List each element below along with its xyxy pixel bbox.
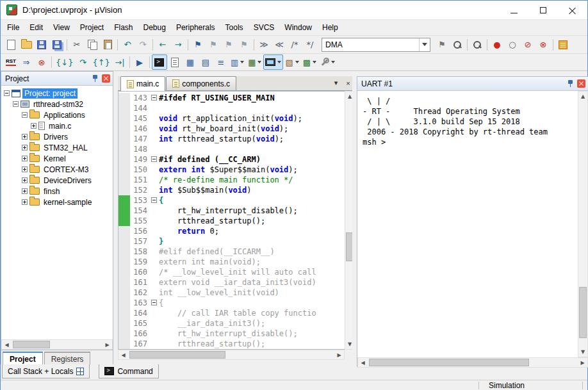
bookmark-toggle-icon[interactable]: ⚑ [190, 37, 206, 53]
target-options-icon[interactable]: ⚑ [434, 37, 450, 53]
call-stack-tab[interactable]: Call Stack + Locals [2, 364, 90, 378]
cut-icon[interactable]: ✂ [69, 37, 85, 53]
scroll-down-icon[interactable]: ▼ [578, 347, 588, 357]
pin-icon[interactable] [567, 79, 575, 88]
call-stack-window-icon[interactable]: ≡ [213, 54, 229, 70]
breakpoint-margin[interactable] [118, 329, 130, 339]
scrollbar-thumb[interactable] [129, 351, 225, 359]
expand-icon[interactable] [22, 167, 28, 172]
code-line[interactable]: rtthread_startup(); [159, 216, 345, 226]
panel-close-icon[interactable] [102, 74, 110, 83]
panel-tab-project[interactable]: Project [3, 352, 43, 365]
code-line[interactable]: __iar_data_init3(); [159, 318, 345, 329]
fold-collapse-icon[interactable] [151, 300, 157, 305]
breakpoint-margin[interactable] [118, 267, 130, 277]
analysis-window-icon[interactable]: ▧ [283, 54, 300, 70]
fold-collapse-icon[interactable] [151, 156, 157, 162]
code-line[interactable]: { [159, 195, 345, 206]
breakpoint-margin[interactable] [118, 318, 130, 329]
run-icon[interactable]: ▶ [132, 54, 147, 70]
find-in-files-icon[interactable] [450, 37, 465, 53]
paste-icon[interactable] [100, 37, 115, 53]
expand-icon[interactable] [22, 199, 28, 205]
editor-tab-main-c[interactable]: main.c [120, 76, 165, 91]
breakpoint-margin[interactable] [118, 206, 130, 216]
tree-item-drivers[interactable]: Drivers [42, 132, 70, 142]
breakpoint-margin[interactable] [118, 93, 130, 103]
code-line[interactable] [159, 144, 345, 154]
uart-output[interactable]: \ | /- RT - Thread Operating System / | … [357, 91, 578, 357]
breakpoint-insert-icon[interactable]: ● [489, 37, 505, 53]
breakpoint-margin[interactable] [118, 226, 130, 236]
tree-item-kernel[interactable]: Kernel [42, 154, 68, 164]
code-line[interactable]: int rtthread_startup(void); [159, 134, 345, 144]
expand-icon[interactable] [22, 145, 28, 150]
breakpoint-margin[interactable] [118, 195, 130, 206]
breakpoint-margin[interactable] [118, 339, 130, 349]
menu-flash[interactable]: Flash [109, 20, 138, 35]
stop-icon[interactable]: ⊗ [34, 54, 49, 70]
code-line[interactable]: /* __low_level_init will auto call [159, 267, 345, 277]
bookmark-clear-icon[interactable]: ⚑ [236, 37, 252, 53]
tree-row-kernel-sample[interactable]: kernel-sample [1, 197, 113, 207]
maximize-button[interactable] [528, 1, 558, 20]
tree-item-kernel-sample[interactable]: kernel-sample [42, 197, 94, 207]
breakpoint-margin[interactable] [118, 288, 130, 298]
step-out-icon[interactable]: {↑} [90, 54, 111, 70]
tree-item-finsh[interactable]: finsh [42, 186, 61, 197]
breakpoint-disable-all-icon[interactable]: ⊘ [520, 37, 535, 53]
breakpoint-margin[interactable] [118, 298, 130, 308]
toolbox-icon[interactable] [318, 54, 337, 70]
disassembly-window-icon[interactable] [167, 54, 183, 70]
code-line[interactable]: rtthread_startup(); [159, 339, 345, 349]
breakpoint-margin[interactable] [118, 308, 130, 318]
registers-window-icon[interactable]: ▤ [198, 54, 213, 70]
scrollbar-track[interactable] [12, 340, 102, 349]
menu-file[interactable]: File [2, 20, 24, 35]
menu-edit[interactable]: Edit [24, 20, 48, 35]
menu-view[interactable]: View [48, 20, 75, 35]
breakpoint-margin[interactable] [118, 236, 130, 247]
scroll-left-icon[interactable]: ◀ [118, 350, 128, 360]
redo-icon[interactable]: ↷ [135, 37, 151, 53]
code-line[interactable]: rt_hw_interrupt_disable(); [159, 206, 345, 216]
step-into-icon[interactable]: {↓} [54, 54, 75, 70]
scrollbar-thumb[interactable] [579, 287, 587, 338]
tree-row-kernel[interactable]: Kernel [1, 153, 113, 164]
step-over-icon[interactable]: ↷ [75, 54, 90, 70]
breakpoint-margin[interactable] [118, 175, 130, 185]
expand-icon[interactable] [31, 123, 37, 129]
indent-icon[interactable]: ≫ [256, 37, 272, 53]
breakpoint-margin[interactable] [118, 154, 130, 165]
fold-collapse-icon[interactable] [151, 95, 157, 101]
panel-close-icon[interactable] [577, 79, 585, 88]
pin-icon[interactable] [92, 74, 99, 83]
code-line[interactable] [159, 103, 345, 113]
tree-item-rtthread-stm32[interactable]: rtthread-stm32 [31, 99, 85, 110]
uart-hscrollbar[interactable]: ◀ ▶ [357, 357, 588, 368]
scrollbar-thumb[interactable] [369, 359, 529, 366]
scrollbar-track[interactable] [128, 350, 334, 359]
open-file-icon[interactable] [19, 37, 34, 53]
code-line[interactable]: extern void __iar_data_init3(void) [159, 277, 345, 288]
bookmark-next-icon[interactable]: ⚑ [221, 37, 236, 53]
collapse-icon[interactable] [13, 101, 19, 107]
tree-row-drivers[interactable]: Drivers [1, 131, 113, 142]
menu-svcs[interactable]: SVCS [249, 20, 280, 35]
menu-help[interactable]: Help [317, 20, 343, 35]
breakpoint-margin[interactable] [118, 216, 130, 226]
watch-window-icon[interactable]: ▥ [229, 54, 246, 70]
project-hscrollbar[interactable]: ◀ ▶ [1, 339, 113, 350]
breakpoint-margin[interactable] [118, 144, 130, 154]
code-line[interactable]: } [159, 236, 345, 247]
breakpoint-margin[interactable] [118, 247, 130, 257]
tree-item-cortex-m3[interactable]: CORTEX-M3 [42, 165, 90, 175]
memory-window-icon[interactable]: ▦ [246, 54, 263, 70]
code-line[interactable]: void rt_application_init(void); [159, 113, 345, 124]
code-line[interactable]: #if defined (__CC_ARM) [159, 154, 345, 165]
tree-row-rtthread-stm32[interactable]: rtthread-stm32 [1, 99, 113, 110]
tab-list-icon[interactable]: ▾ [331, 77, 341, 88]
collapse-icon[interactable] [4, 90, 10, 96]
panel-tab-registers[interactable]: Registers [44, 352, 91, 365]
new-file-icon[interactable] [3, 37, 19, 53]
